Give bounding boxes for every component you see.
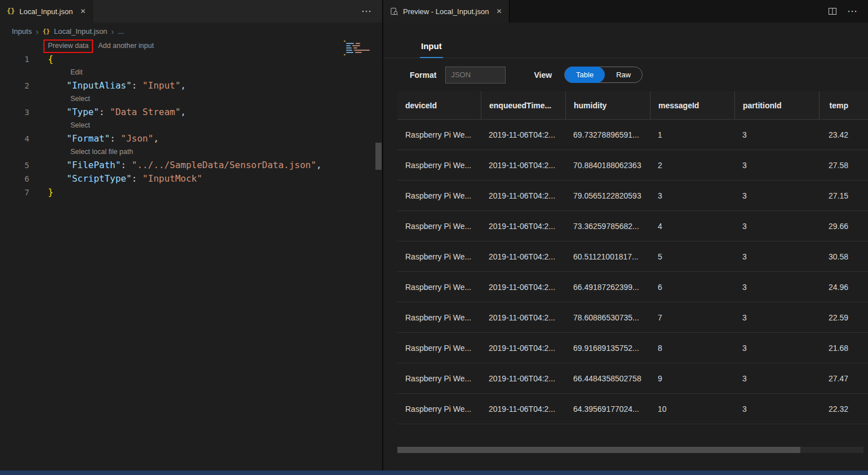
- line-number: 1: [0, 52, 29, 66]
- column-header-humidity[interactable]: humidity: [565, 91, 650, 119]
- code-token: "InputAlias": [67, 80, 132, 91]
- codelens-row: Select local file path: [0, 146, 382, 159]
- codelens-select-format-link[interactable]: Select: [70, 121, 90, 129]
- line-number: 2: [0, 79, 29, 93]
- breadcrumb-item-more[interactable]: ...: [118, 27, 124, 36]
- cell-partitionId: 3: [734, 120, 819, 149]
- preview-tab-bar: Preview - Local_Input.json ✕ ⋯: [383, 0, 868, 23]
- minimap-mark: [344, 41, 346, 42]
- cell-partitionId: 3: [734, 363, 819, 393]
- minimap-mark: [354, 50, 370, 51]
- tab-label: Preview - Local_Input.json: [403, 7, 489, 16]
- breadcrumb-item-inputs[interactable]: Inputs: [12, 27, 32, 36]
- code-line[interactable]: 2 "InputAlias": "Input",: [0, 79, 382, 93]
- code-token: ,: [180, 80, 186, 91]
- cell-messageId: 4: [650, 211, 734, 241]
- vertical-scrollbar[interactable]: [375, 39, 382, 470]
- code-line[interactable]: 7 }: [0, 186, 382, 199]
- minimap[interactable]: [342, 39, 374, 102]
- column-header-partitionId[interactable]: partitionId: [734, 91, 819, 119]
- codelens-row: Select: [0, 93, 382, 105]
- minimap-mark: [346, 50, 352, 51]
- cell-deviceId: Raspberry Pi We...: [397, 302, 481, 332]
- close-icon[interactable]: ✕: [496, 7, 502, 15]
- cell-deviceId: Raspberry Pi We...: [397, 272, 481, 302]
- table-view-button[interactable]: Table: [565, 67, 605, 83]
- json-file-icon: {}: [42, 28, 50, 35]
- codelens-preview-data-link[interactable]: Preview data: [48, 42, 88, 50]
- tab-local-input-json[interactable]: {} Local_Input.json ✕: [0, 0, 93, 23]
- codelens-row: Edit: [0, 66, 382, 79]
- minimap-mark: [346, 43, 354, 44]
- cell-deviceId: Raspberry Pi We...: [397, 394, 481, 424]
- cell-humidity: 69.91689135752...: [565, 333, 650, 363]
- tab-input[interactable]: Input: [420, 41, 443, 58]
- raw-view-button[interactable]: Raw: [605, 67, 642, 83]
- scrollbar-thumb[interactable]: [375, 143, 382, 170]
- breadcrumb-item-file[interactable]: Local_Input.json: [54, 27, 108, 36]
- chevron-right-icon: ›: [36, 27, 38, 36]
- code-token: :: [99, 107, 110, 117]
- format-input[interactable]: [445, 67, 506, 83]
- code-line[interactable]: 5 "FilePath": "../../SampleData/SensorDa…: [0, 159, 382, 172]
- code-content: "Format": "Json",: [29, 132, 159, 146]
- preview-tab-actions: ⋯: [828, 0, 868, 23]
- code-editor[interactable]: Preview dataAdd another input 1 { Edit 2…: [0, 39, 382, 470]
- cell-temp: 24.96: [819, 272, 868, 302]
- view-label: View: [534, 71, 552, 80]
- table-row: Raspberry Pi We... 2019-11-06T04:2... 66…: [397, 272, 868, 302]
- code-token: "Input": [143, 80, 180, 91]
- table-row: Raspberry Pi We... 2019-11-06T04:2... 79…: [397, 181, 868, 211]
- cell-humidity: 66.49187262399...: [565, 272, 650, 302]
- cell-partitionId: 3: [734, 272, 819, 302]
- scrollbar-thumb[interactable]: [397, 447, 800, 453]
- codelens-select-type-link[interactable]: Select: [70, 95, 90, 103]
- code-line[interactable]: 6 "ScriptType": "InputMock": [0, 172, 382, 186]
- cell-temp: 21.68: [819, 333, 868, 363]
- cell-humidity: 73.36259785682...: [565, 211, 650, 241]
- code-token: }: [48, 187, 54, 197]
- code-token: ,: [153, 133, 159, 144]
- codelens-content: Preview dataAdd another input: [29, 39, 154, 53]
- minimap-mark: [355, 52, 362, 53]
- cell-enqueuedTime: 2019-11-06T04:2...: [481, 181, 565, 210]
- cell-messageId: 9: [650, 363, 734, 393]
- close-icon[interactable]: ✕: [80, 7, 86, 15]
- table-row: Raspberry Pi We... 2019-11-06T04:2... 70…: [397, 150, 868, 181]
- more-actions-icon[interactable]: ⋯: [847, 5, 858, 17]
- minimap-mark: [352, 45, 360, 46]
- code-line[interactable]: 3 "Type": "Data Stream",: [0, 105, 382, 119]
- cell-deviceId: Raspberry Pi We...: [397, 241, 481, 271]
- cell-deviceId: Raspberry Pi We...: [397, 181, 481, 210]
- cell-deviceId: Raspberry Pi We...: [397, 211, 481, 241]
- code-content: "ScriptType": "InputMock": [29, 172, 202, 186]
- cell-enqueuedTime: 2019-11-06T04:2...: [481, 120, 565, 149]
- code-line[interactable]: 4 "Format": "Json",: [0, 132, 382, 146]
- line-number: 7: [0, 186, 29, 199]
- table-row: Raspberry Pi We... 2019-11-06T04:2... 69…: [397, 333, 868, 363]
- table-row: Raspberry Pi We... 2019-11-06T04:2... 64…: [397, 394, 868, 424]
- column-header-temp[interactable]: temp: [819, 91, 868, 119]
- split-editor-icon[interactable]: [828, 7, 837, 16]
- codelens-select-filepath-link[interactable]: Select local file path: [70, 148, 133, 156]
- codelens-add-input-link[interactable]: Add another input: [98, 42, 154, 50]
- column-header-enqueuedTime[interactable]: enqueuedTime...: [481, 91, 565, 119]
- more-actions-icon[interactable]: ⋯: [361, 5, 372, 17]
- column-header-deviceId[interactable]: deviceId: [397, 91, 481, 119]
- codelens-edit-link[interactable]: Edit: [70, 68, 83, 76]
- cell-messageId: 5: [650, 241, 734, 271]
- cell-deviceId: Raspberry Pi We...: [397, 363, 481, 393]
- minimap-mark: [344, 54, 346, 55]
- cell-humidity: 69.73278896591...: [565, 120, 650, 149]
- codelens-content: Select local file path: [29, 146, 133, 159]
- code-token: ,: [180, 107, 186, 117]
- status-bar: [0, 470, 868, 475]
- code-line[interactable]: 1 {: [0, 52, 382, 66]
- column-header-messageId[interactable]: messageId: [650, 91, 734, 119]
- tab-preview-local-input[interactable]: Preview - Local_Input.json ✕: [383, 0, 510, 23]
- cell-deviceId: Raspberry Pi We...: [397, 150, 481, 180]
- line-number: 3: [0, 105, 29, 119]
- view-toggle: Table Raw: [564, 67, 643, 83]
- horizontal-scrollbar[interactable]: [397, 447, 863, 453]
- code-token: {: [48, 54, 54, 64]
